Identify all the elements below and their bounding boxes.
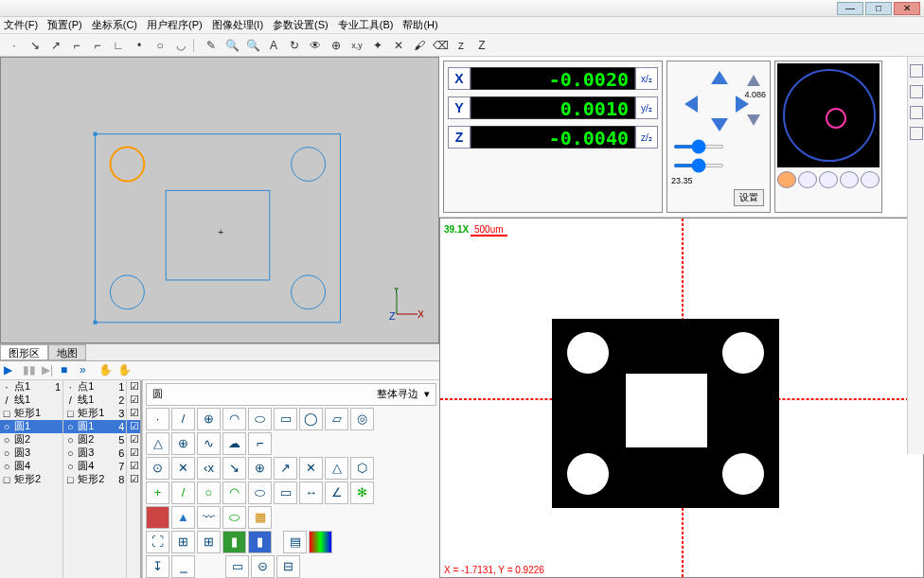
calc-icon[interactable]: ✦ [369, 37, 386, 54]
tool-line-icon[interactable]: / [171, 408, 195, 430]
feature-check[interactable]: ☑ [127, 407, 140, 420]
feature-check[interactable]: ☑ [127, 473, 140, 486]
menu-preset[interactable]: 预置(P) [47, 18, 82, 32]
tool3-a-icon[interactable]: ↧ [146, 555, 169, 578]
tool-rrect-icon[interactable]: ◯ [299, 408, 323, 430]
tool-t-icon[interactable]: ▲ [171, 506, 195, 529]
tool-a-icon[interactable]: ⊙ [146, 457, 169, 480]
tool-r-icon[interactable]: ✻ [350, 482, 374, 504]
feature-row[interactable]: □矩形1 [0, 407, 62, 420]
target-icon[interactable]: ⊕ [328, 37, 345, 54]
feature-row[interactable]: □矩形28 [63, 473, 126, 486]
tool2-f-icon[interactable]: ▤ [283, 531, 307, 553]
feature-row[interactable]: □矩形13 [63, 407, 126, 420]
arc-icon[interactable]: ◡ [172, 37, 189, 54]
z1-icon[interactable]: z [453, 37, 470, 54]
tool-o-icon[interactable]: ▭ [274, 482, 297, 504]
tool3-d-icon[interactable]: ⊝ [251, 555, 275, 578]
tool-slot-icon[interactable]: ▱ [325, 408, 348, 430]
tool-c-icon[interactable]: ‹x [197, 457, 221, 480]
tool-v-icon[interactable]: ⬭ [222, 506, 246, 529]
jog-slider-1[interactable] [673, 145, 724, 149]
jog-zdown-icon[interactable] [747, 114, 760, 126]
jog-left-icon[interactable] [684, 96, 698, 113]
zoomout-icon[interactable]: 🔍 [244, 37, 261, 54]
rect-icon[interactable]: ⌐ [68, 37, 85, 54]
tool2-c-icon[interactable]: ⊞ [197, 531, 221, 553]
tool-blob-icon[interactable]: ☁ [222, 432, 246, 455]
z-half-button[interactable]: z/₂ [635, 126, 658, 149]
jog-slider-2[interactable] [673, 164, 724, 167]
tool-globe-icon[interactable]: ⊕ [171, 432, 195, 455]
jog-down-icon[interactable] [711, 118, 728, 131]
jog-up-icon[interactable] [711, 71, 728, 84]
edge-method[interactable]: 整体寻边 [377, 387, 418, 401]
side-tool-2[interactable] [910, 85, 923, 98]
tool-ell-icon[interactable]: ⬭ [248, 408, 272, 430]
tool2-b-icon[interactable]: ⊞ [171, 531, 195, 553]
tool-q-icon[interactable]: ∠ [325, 482, 348, 504]
hand1-icon[interactable]: ✋ [98, 363, 114, 377]
tool-k-icon[interactable]: / [171, 482, 195, 504]
feature-row[interactable]: ○圆36 [63, 447, 126, 460]
menu-help[interactable]: 帮助(H) [402, 18, 437, 32]
z-label[interactable]: Z [448, 126, 471, 149]
close-button[interactable]: ✕ [894, 2, 920, 15]
tool-g-icon[interactable]: ✕ [299, 457, 323, 480]
light-mode-2-icon[interactable] [798, 171, 817, 188]
tool-n-icon[interactable]: ⬭ [248, 482, 272, 504]
minimize-button[interactable]: — [837, 2, 863, 15]
feature-row[interactable]: ○圆25 [63, 433, 126, 447]
line-icon[interactable]: ↘ [27, 37, 44, 54]
dropdown-icon[interactable]: ▾ [424, 388, 430, 400]
side-tool-4[interactable] [910, 127, 923, 140]
feature-row[interactable]: ○圆14 [63, 420, 126, 433]
menu-coord[interactable]: 坐标系(C) [92, 18, 137, 32]
tool-arc-icon[interactable]: ◠ [222, 408, 246, 430]
feature-row[interactable]: ○圆2 [0, 433, 62, 447]
menu-params[interactable]: 参数设置(S) [273, 18, 329, 32]
tool-l-icon[interactable]: ○ [197, 482, 221, 504]
tool-i-icon[interactable]: ⬡ [350, 457, 374, 480]
tool3-c-icon[interactable]: ▭ [225, 555, 249, 578]
menu-image[interactable]: 图像处理(I) [212, 18, 263, 32]
tool-tri-icon[interactable]: △ [146, 432, 169, 455]
jog-zup-icon[interactable] [747, 75, 760, 86]
tool2-d-icon[interactable]: ▮ [222, 531, 246, 553]
camera-view[interactable]: 39.1X 500um X = -1.7131, Y = 0.9226 [439, 218, 924, 578]
eye-icon[interactable]: 👁 [307, 37, 324, 54]
hand2-icon[interactable]: ✋ [117, 363, 133, 377]
jog-set-button[interactable]: 设置 [734, 189, 764, 206]
light-mode-5-icon[interactable] [861, 171, 880, 188]
light-mode-3-icon[interactable] [819, 171, 838, 188]
refresh-icon[interactable]: ↻ [286, 37, 303, 54]
pause-icon[interactable]: ▮▮ [23, 363, 38, 377]
tool-d-icon[interactable]: ↘ [222, 457, 246, 480]
feature-row[interactable]: ○圆4 [0, 460, 62, 473]
maximize-button[interactable]: □ [865, 2, 892, 15]
menu-protools[interactable]: 专业工具(B) [338, 18, 394, 32]
menu-userprog[interactable]: 用户程序(P) [147, 18, 203, 32]
tool-rect-icon[interactable]: ▭ [274, 408, 297, 430]
angle-icon[interactable]: ∟ [110, 37, 127, 54]
play-icon[interactable]: ▶ [4, 363, 19, 377]
feature-check[interactable]: ☑ [127, 394, 140, 407]
feature-check[interactable]: ☑ [127, 447, 140, 460]
circle-icon[interactable]: ○ [151, 37, 169, 54]
tool2-g-icon[interactable] [309, 531, 332, 553]
feature-row[interactable]: /线1 [0, 394, 62, 407]
light-mode-1-icon[interactable] [777, 171, 796, 188]
tool-e-icon[interactable]: ⊕ [248, 457, 272, 480]
z2-icon[interactable]: Z [473, 37, 490, 54]
tool-w-icon[interactable]: ▦ [248, 506, 272, 529]
feature-row[interactable]: ○圆3 [0, 447, 62, 460]
paint-icon[interactable]: 🖌 [411, 37, 428, 54]
tool-h-icon[interactable]: △ [325, 457, 348, 480]
point-icon[interactable]: · [6, 37, 23, 54]
tool3-e-icon[interactable]: ⊟ [276, 555, 300, 578]
y-half-button[interactable]: y/₂ [635, 96, 658, 119]
stop-icon[interactable]: ■ [61, 363, 76, 377]
tool2-a-icon[interactable]: ⛶ [146, 531, 169, 553]
light-mode-4-icon[interactable] [840, 171, 859, 188]
clear-icon[interactable]: ⌫ [432, 37, 449, 54]
